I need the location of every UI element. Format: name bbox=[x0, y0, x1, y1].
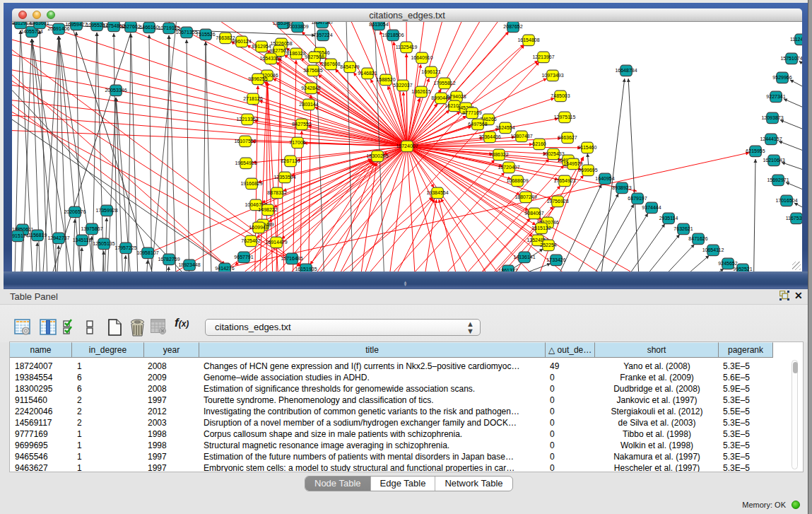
svg-text:9657791: 9657791 bbox=[234, 255, 253, 259]
svg-text:8471626: 8471626 bbox=[688, 236, 707, 241]
svg-text:9463601: 9463601 bbox=[30, 22, 49, 25]
svg-text:252254: 252254 bbox=[540, 243, 556, 247]
svg-text:18724007: 18724007 bbox=[396, 144, 418, 148]
svg-text:15751074: 15751074 bbox=[780, 56, 802, 61]
svg-text:6215955: 6215955 bbox=[746, 148, 765, 153]
svg-text:18923448: 18923448 bbox=[178, 262, 200, 267]
svg-text:12505135: 12505135 bbox=[93, 241, 114, 246]
svg-text:15720407: 15720407 bbox=[498, 165, 519, 170]
svg-text:20206576: 20206576 bbox=[64, 209, 86, 214]
svg-text:19756928: 19756928 bbox=[546, 199, 568, 204]
svg-text:3624554: 3624554 bbox=[495, 125, 514, 130]
svg-text:9245652: 9245652 bbox=[718, 261, 737, 266]
svg-text:14136141: 14136141 bbox=[513, 255, 535, 259]
svg-text:16033809: 16033809 bbox=[286, 24, 308, 29]
svg-text:16210643: 16210643 bbox=[763, 158, 784, 163]
svg-text:16154808: 16154808 bbox=[517, 37, 539, 42]
svg-text:10688609: 10688609 bbox=[506, 178, 528, 183]
svg-text:15716485: 15716485 bbox=[281, 256, 302, 261]
svg-text:9952521: 9952521 bbox=[733, 267, 752, 271]
svg-text:9463627: 9463627 bbox=[558, 135, 577, 140]
svg-text:1640954: 1640954 bbox=[595, 176, 614, 181]
svg-text:1498222: 1498222 bbox=[258, 207, 277, 212]
svg-text:1362615: 1362615 bbox=[411, 89, 430, 94]
svg-text:8186328: 8186328 bbox=[286, 51, 305, 56]
svg-text:9960124: 9960124 bbox=[232, 39, 251, 44]
svg-text:7625402: 7625402 bbox=[241, 238, 260, 243]
svg-text:6466160: 6466160 bbox=[139, 25, 158, 30]
svg-text:10654112: 10654112 bbox=[702, 247, 724, 252]
svg-text:1861372: 1861372 bbox=[498, 268, 517, 271]
svg-text:9896255: 9896255 bbox=[248, 76, 267, 81]
svg-text:8267130: 8267130 bbox=[281, 158, 300, 163]
svg-text:1696121: 1696121 bbox=[421, 69, 440, 74]
svg-text:8427552: 8427552 bbox=[292, 122, 311, 127]
svg-text:1588520: 1588520 bbox=[376, 77, 395, 82]
svg-text:8613054: 8613054 bbox=[369, 22, 388, 27]
svg-text:6497568: 6497568 bbox=[468, 122, 487, 127]
svg-text:14055714: 14055714 bbox=[20, 29, 42, 34]
svg-text:19218506: 19218506 bbox=[382, 33, 404, 37]
svg-text:9115460: 9115460 bbox=[578, 145, 597, 150]
svg-text:18300295: 18300295 bbox=[366, 153, 388, 158]
svg-text:2935114: 2935114 bbox=[659, 216, 678, 221]
svg-text:11325419: 11325419 bbox=[396, 45, 418, 49]
svg-text:8454749: 8454749 bbox=[340, 64, 359, 69]
svg-text:16151935: 16151935 bbox=[295, 267, 317, 271]
svg-text:9084067: 9084067 bbox=[524, 211, 543, 216]
svg-text:9414276: 9414276 bbox=[215, 266, 234, 271]
svg-text:17654923: 17654923 bbox=[553, 178, 575, 183]
svg-text:16543382: 16543382 bbox=[259, 56, 281, 61]
svg-text:10807487: 10807487 bbox=[510, 134, 532, 139]
svg-text:2803144: 2803144 bbox=[299, 102, 318, 107]
svg-text:8878332: 8878332 bbox=[267, 190, 286, 195]
svg-text:8912954: 8912954 bbox=[252, 44, 271, 49]
svg-text:10025433: 10025433 bbox=[542, 151, 564, 156]
svg-text:12213967: 12213967 bbox=[532, 54, 554, 59]
svg-text:13915174: 13915174 bbox=[12, 233, 29, 238]
svg-text:16648784: 16648784 bbox=[615, 68, 637, 73]
svg-text:19166829: 19166829 bbox=[240, 181, 262, 186]
svg-text:19654915: 19654915 bbox=[235, 160, 257, 165]
svg-text:10671355: 10671355 bbox=[175, 30, 197, 35]
svg-text:17955812: 17955812 bbox=[433, 81, 455, 86]
svg-text:18312974: 18312974 bbox=[12, 22, 32, 25]
svg-text:7357224: 7357224 bbox=[313, 33, 332, 37]
svg-text:10973493: 10973493 bbox=[541, 73, 563, 78]
svg-text:1615132: 1615132 bbox=[531, 226, 551, 230]
svg-text:16782759: 16782759 bbox=[158, 257, 180, 262]
svg-text:1345119: 1345119 bbox=[73, 238, 92, 243]
svg-text:62160: 62160 bbox=[532, 141, 546, 146]
svg-text:2087652: 2087652 bbox=[503, 24, 522, 29]
svg-text:717006: 717006 bbox=[289, 140, 305, 145]
svg-text:12213363: 12213363 bbox=[236, 117, 258, 122]
svg-text:1733426: 1733426 bbox=[546, 257, 565, 262]
svg-text:9699695: 9699695 bbox=[578, 168, 597, 173]
svg-text:20364436: 20364436 bbox=[478, 134, 500, 139]
svg-text:8938923: 8938923 bbox=[612, 185, 631, 190]
svg-text:17359928: 17359928 bbox=[95, 208, 117, 213]
svg-text:16640910: 16640910 bbox=[411, 55, 433, 60]
svg-text:19384554: 19384554 bbox=[426, 190, 448, 195]
svg-text:1609948: 1609948 bbox=[249, 225, 268, 230]
svg-text:6879197: 6879197 bbox=[628, 196, 647, 201]
svg-text:12353594: 12353594 bbox=[273, 175, 295, 180]
svg-text:16959477: 16959477 bbox=[65, 22, 87, 27]
svg-text:10958107: 10958107 bbox=[136, 250, 158, 255]
svg-text:11124940: 11124940 bbox=[790, 37, 802, 42]
svg-text:15692971: 15692971 bbox=[767, 177, 789, 182]
svg-text:2718126: 2718126 bbox=[243, 96, 262, 101]
svg-text:16107553: 16107553 bbox=[234, 139, 256, 144]
svg-text:7515526: 7515526 bbox=[196, 32, 215, 37]
svg-text:9827508: 9827508 bbox=[305, 54, 324, 59]
svg-text:18547587: 18547587 bbox=[311, 22, 333, 25]
svg-text:13975867: 13975867 bbox=[81, 226, 102, 231]
svg-text:9777169: 9777169 bbox=[462, 110, 481, 115]
svg-text:9529966: 9529966 bbox=[772, 75, 792, 80]
svg-text:7386322: 7386322 bbox=[489, 152, 508, 157]
svg-text:12093873: 12093873 bbox=[761, 115, 783, 120]
svg-text:9374444: 9374444 bbox=[642, 205, 661, 210]
svg-text:1527602: 1527602 bbox=[121, 24, 140, 29]
svg-text:2867608: 2867608 bbox=[321, 62, 340, 66]
svg-text:17016504: 17016504 bbox=[775, 198, 797, 203]
